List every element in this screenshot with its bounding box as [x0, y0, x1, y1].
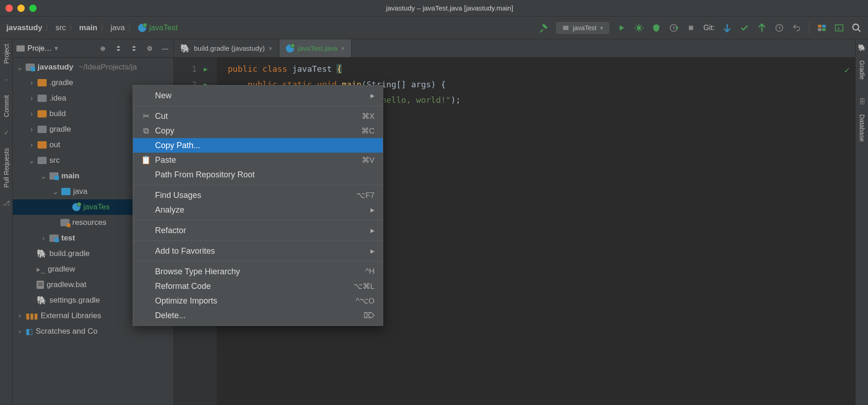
- git-push-icon[interactable]: [757, 23, 767, 33]
- run-gutter-icon[interactable]: ▶: [204, 61, 208, 77]
- class-icon: [72, 203, 80, 211]
- menu-separator: [133, 261, 383, 261]
- chevron-right-icon: ›: [16, 311, 23, 320]
- tool-commit[interactable]: Commit: [3, 95, 10, 117]
- tool-pull-requests[interactable]: Pull Requests: [3, 148, 10, 187]
- cm-delete[interactable]: Delete... ⌦: [133, 308, 383, 323]
- git-pull-icon[interactable]: [722, 23, 732, 33]
- libraries-icon: ▮▮▮: [26, 311, 38, 321]
- hide-panel-icon[interactable]: —: [161, 44, 170, 53]
- context-menu: New ▸ ✂ Cut ⌘X ⧉ Copy ⌘C Copy Path... 📋 …: [133, 85, 383, 326]
- build-hammer-icon[interactable]: [539, 23, 549, 33]
- chevron-right-icon: ›: [40, 234, 47, 243]
- scratches-icon: ◧: [26, 327, 33, 336]
- cm-cut[interactable]: ✂ Cut ⌘X: [133, 109, 383, 123]
- cm-analyze[interactable]: Analyze ▸: [133, 202, 383, 217]
- gear-icon[interactable]: ⚙: [145, 44, 154, 53]
- rollback-icon[interactable]: [792, 23, 802, 33]
- cm-new[interactable]: New ▸: [133, 88, 383, 103]
- breadcrumb-main[interactable]: main: [79, 23, 97, 32]
- ide-scripting-icon[interactable]: [817, 23, 827, 33]
- run-anything-icon[interactable]: [834, 23, 844, 33]
- folder-icon: [38, 110, 47, 117]
- tree-project-root[interactable]: ⌄ javastudy ~/IdeaProjects/ja: [13, 59, 173, 75]
- minimize-window-button[interactable]: [17, 5, 25, 12]
- module-folder-icon: [49, 234, 59, 242]
- breadcrumb-src[interactable]: src: [55, 23, 66, 32]
- history-icon[interactable]: [774, 23, 784, 33]
- cm-optimize-imports[interactable]: Optimize Imports ^⌥O: [133, 293, 383, 308]
- class-icon: [138, 24, 146, 32]
- menu-separator: [133, 220, 383, 220]
- chevron-down-icon: ⌄: [40, 171, 47, 181]
- gradle-icon: 🐘: [180, 43, 190, 53]
- svg-rect-11: [16, 45, 25, 52]
- chevron-right-icon: 〉: [45, 22, 53, 33]
- run-configuration-selector[interactable]: javaTest ▾: [556, 22, 609, 34]
- gradle-icon: 🐘: [37, 295, 47, 305]
- editor-tabs: 🐘 build.gradle (javastudy) × javaTest.ja…: [174, 39, 855, 58]
- svg-rect-5: [818, 25, 822, 27]
- close-window-button[interactable]: [5, 5, 13, 12]
- submenu-arrow-icon: ▸: [370, 205, 375, 215]
- svg-point-10: [853, 24, 859, 30]
- search-everywhere-icon[interactable]: [852, 23, 862, 33]
- breadcrumb-file[interactable]: javaTest: [138, 23, 177, 32]
- chevron-right-icon: ›: [28, 109, 35, 118]
- chevron-right-icon: ›: [28, 125, 35, 134]
- tab-build-gradle[interactable]: 🐘 build.gradle (javastudy) ×: [174, 39, 279, 57]
- cm-browse-type-hierarchy[interactable]: Browse Type Hierarchy ^H: [133, 264, 383, 279]
- folder-icon: [38, 157, 47, 164]
- project-panel-title[interactable]: Proje… ▾: [16, 44, 96, 53]
- cm-path-from-repo[interactable]: Path From Repository Root: [133, 167, 383, 182]
- breadcrumb-project[interactable]: javastudy: [6, 23, 42, 32]
- close-tab-icon[interactable]: ×: [341, 44, 345, 52]
- svg-rect-9: [836, 25, 843, 31]
- chevron-right-icon: 〉: [128, 22, 135, 33]
- line-number[interactable]: 1▶: [174, 61, 197, 77]
- stop-button[interactable]: [686, 23, 696, 33]
- tree-scratches[interactable]: › ◧ Scratches and Co: [13, 324, 173, 339]
- cut-icon: ✂: [141, 111, 150, 121]
- maximize-window-button[interactable]: [29, 5, 37, 12]
- cm-copy-path[interactable]: Copy Path...: [133, 138, 383, 153]
- tab-javatest[interactable]: javaTest.java ×: [279, 39, 352, 57]
- submenu-arrow-icon: ▸: [370, 225, 375, 235]
- cm-refactor[interactable]: Refactor ▸: [133, 223, 383, 238]
- chevron-down-icon: ⌄: [16, 63, 23, 72]
- menu-separator: [133, 185, 383, 185]
- chevron-right-icon: 〉: [100, 22, 108, 33]
- cm-find-usages[interactable]: Find Usages ⌥F7: [133, 188, 383, 202]
- expand-all-icon[interactable]: [114, 44, 123, 53]
- cm-paste[interactable]: 📋 Paste ⌘V: [133, 153, 383, 167]
- tool-gradle[interactable]: Gradle: [858, 60, 866, 80]
- gradle-icon: 🐘: [37, 249, 47, 259]
- collapse-all-icon[interactable]: [129, 44, 139, 53]
- cm-reformat-code[interactable]: Reformat Code ⌥⌘L: [133, 279, 383, 293]
- cm-add-favorites[interactable]: Add to Favorites ▸: [133, 244, 383, 258]
- debug-button[interactable]: [634, 23, 644, 33]
- inspection-ok-icon[interactable]: ✓: [844, 62, 850, 78]
- terminal-icon: ▸_: [37, 265, 45, 274]
- cm-copy[interactable]: ⧉ Copy ⌘C: [133, 123, 383, 138]
- right-tool-strip: 🐘 Gradle 🗄 Database: [855, 39, 868, 405]
- chevron-right-icon: ›: [28, 78, 35, 87]
- coverage-button[interactable]: [651, 23, 661, 33]
- source-folder-icon: [61, 188, 70, 195]
- tool-project[interactable]: Project: [3, 44, 10, 64]
- chevron-right-icon: ›: [28, 140, 35, 149]
- profiler-button[interactable]: ▾: [669, 23, 679, 33]
- database-icon: 🗄: [859, 98, 865, 105]
- tool-database[interactable]: Database: [858, 114, 866, 142]
- select-opened-file-icon[interactable]: ⊕: [98, 44, 107, 53]
- chevron-down-icon: ▾: [54, 44, 58, 53]
- svg-rect-7: [818, 28, 822, 31]
- copy-icon: ⧉: [141, 126, 150, 136]
- gradle-icon: 🐘: [858, 44, 866, 51]
- resources-folder-icon: [60, 219, 70, 226]
- git-label: Git:: [703, 24, 715, 32]
- git-commit-icon[interactable]: [739, 23, 750, 33]
- breadcrumb-java[interactable]: java: [111, 23, 125, 32]
- run-button[interactable]: [616, 23, 627, 33]
- close-tab-icon[interactable]: ×: [268, 44, 273, 52]
